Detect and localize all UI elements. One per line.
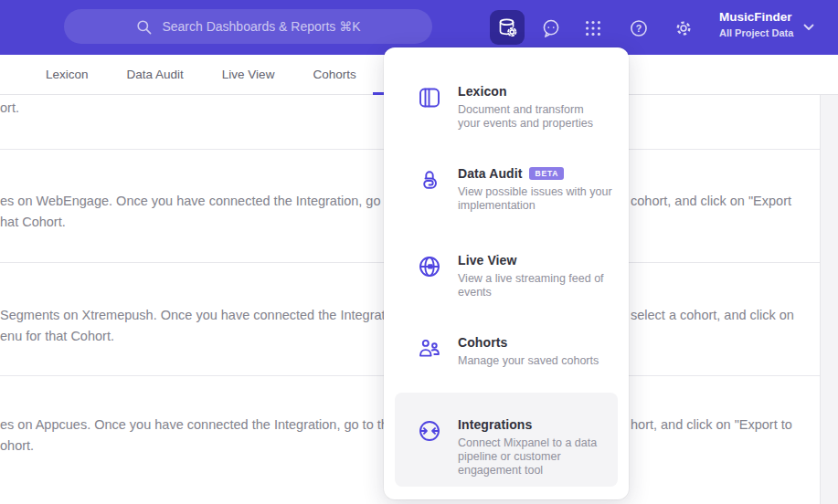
- menu-item-live-view[interactable]: Live View View a live streaming feed of …: [384, 253, 629, 299]
- menu-item-data-audit[interactable]: Data Audit BETA View possible issues wit…: [384, 166, 629, 213]
- live-view-globe-icon: [417, 254, 442, 279]
- apps-grid-button[interactable]: [583, 18, 603, 38]
- apps-grid-icon: [583, 18, 603, 38]
- menu-item-description: Manage your saved cohorts: [458, 354, 619, 368]
- settings-icon: [674, 18, 694, 38]
- cohorts-people-icon: [417, 336, 442, 362]
- search-placeholder: Search Dashboards & Reports ⌘K: [162, 19, 360, 34]
- tab-cohorts[interactable]: Cohorts: [313, 68, 355, 81]
- svg-text:?: ?: [636, 23, 642, 34]
- tab-lexicon[interactable]: Lexicon: [46, 68, 89, 81]
- lexicon-book-icon: [417, 85, 442, 110]
- top-bar: Search Dashboards & Reports ⌘K: [0, 0, 838, 55]
- row-text: Segments on Xtremepush. Once you have co…: [0, 305, 430, 346]
- settings-button[interactable]: [674, 18, 694, 38]
- menu-item-title: Data Audit: [458, 166, 522, 181]
- beta-badge: BETA: [529, 167, 564, 180]
- row-text: es on WebEngage. Once you have connected…: [0, 191, 430, 232]
- mixpanel-app-window: Search Dashboards & Reports ⌘K: [0, 0, 838, 504]
- menu-item-integrations[interactable]: Integrations Connect Mixpanel to a data …: [384, 417, 629, 478]
- row-text-fragment: select a cohort, and click on: [631, 305, 794, 326]
- integrations-sync-icon: [417, 418, 442, 444]
- help-icon: ?: [629, 18, 649, 38]
- help-button[interactable]: ?: [629, 18, 649, 38]
- menu-item-title: Integrations: [458, 417, 532, 432]
- data-management-dropdown: Lexicon Document and transform your even…: [384, 47, 629, 499]
- data-management-button[interactable]: [490, 10, 525, 45]
- search-input[interactable]: Search Dashboards & Reports ⌘K: [64, 9, 432, 44]
- menu-item-lexicon[interactable]: Lexicon Document and transform your even…: [384, 84, 629, 131]
- row-text: es on Appcues. Once you have connected t…: [0, 415, 430, 456]
- page-gutter: [820, 95, 838, 504]
- feedback-button[interactable]: [541, 18, 561, 38]
- menu-item-description: Document and transform your events and p…: [458, 103, 619, 131]
- project-name: MusicFinder: [719, 10, 793, 26]
- menu-item-title: Cohorts: [458, 335, 507, 350]
- row-text-fragment: hort, and click on "Export to: [631, 415, 792, 436]
- feedback-icon: [541, 18, 561, 38]
- menu-item-description: Connect Mixpanel to a data pipeline or c…: [458, 436, 619, 478]
- menu-item-title: Live View: [458, 253, 516, 268]
- search-icon: [135, 18, 153, 36]
- tab-live-view[interactable]: Live View: [222, 68, 275, 81]
- menu-item-cohorts[interactable]: Cohorts Manage your saved cohorts: [384, 335, 629, 368]
- menu-item-title: Lexicon: [458, 84, 507, 99]
- menu-item-description: View a live streaming feed of events: [458, 272, 619, 299]
- row-text: ort.: [0, 98, 430, 119]
- data-management-icon: [496, 16, 518, 38]
- data-audit-lock-icon: [417, 167, 442, 193]
- project-scope: All Project Data: [719, 27, 793, 40]
- tab-data-audit[interactable]: Data Audit: [127, 68, 184, 81]
- project-switcher[interactable]: MusicFinder All Project Data: [719, 10, 793, 40]
- chevron-down-icon[interactable]: [803, 24, 814, 31]
- row-text-fragment: cohort, and click on "Export: [631, 191, 791, 212]
- menu-item-description: View possible issues with your implement…: [458, 185, 619, 213]
